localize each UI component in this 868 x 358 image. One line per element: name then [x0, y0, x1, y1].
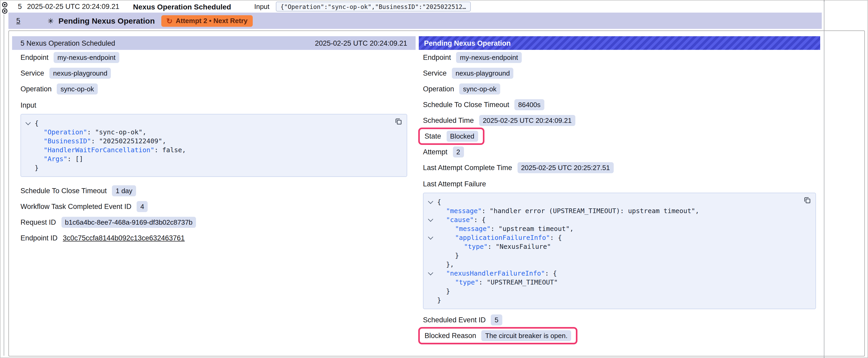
code-line-text: "type": "UPSTREAM_TIMEOUT"	[424, 278, 798, 287]
input-section-label: Input	[21, 100, 407, 111]
field-label: Schedule To Close Timeout	[423, 101, 509, 109]
collapse-chevron-icon[interactable]	[428, 235, 433, 240]
event-id-link[interactable]: 5	[16, 17, 20, 25]
scheduled-panel-body: Endpointmy-nexus-endpointServicenexus-pl…	[12, 50, 415, 243]
code-line: }	[21, 163, 389, 172]
field-label: Endpoint	[21, 54, 49, 61]
field-value-badge: Blocked	[446, 131, 478, 142]
field-row-scheduled-time: Scheduled Time2025-02-25 UTC 20:24:09.21	[423, 115, 816, 126]
code-line-text: {	[424, 197, 798, 206]
code-line-text: }	[424, 296, 798, 304]
field-label: Service	[21, 69, 44, 77]
event-row-pending-nexus-operation[interactable]: 5 ✳ Pending Nexus Operation ↻ Attempt 2 …	[8, 12, 822, 29]
field-value-badge: 4	[136, 201, 148, 212]
event-input-preview: {"Operation":"sync-op-ok","BusinessID":"…	[276, 2, 471, 11]
code-line-text: "cause": {	[424, 215, 798, 224]
code-line-text: "nexusHandlerFailureInfo": {	[424, 269, 798, 278]
pending-operation-panel: Pending Nexus Operation Endpointmy-nexus…	[419, 36, 820, 352]
event-input-label: Input	[254, 3, 270, 10]
timeline-marker-icons	[1, 2, 8, 15]
field-row-service: Servicenexus-playground	[423, 68, 816, 79]
code-line-text: }	[21, 163, 389, 172]
code-line: "Args": []	[21, 154, 389, 163]
code-line: "HandlerWaitForCancellation": false,	[21, 145, 389, 154]
field-label: Request ID	[21, 218, 56, 226]
code-line: }	[424, 251, 798, 260]
field-row-endpoint-id: Endpoint ID3c0c75ccfa8144b092c13ce632463…	[21, 232, 407, 243]
field-value-badge: my-nexus-endpoint	[54, 52, 119, 63]
field-row-attempt: Attempt2	[423, 147, 816, 158]
copy-icon[interactable]	[803, 196, 811, 204]
code-line: "Operation": "sync-op-ok",	[21, 128, 389, 136]
code-line-text: "BusinessID": "20250225122409",	[21, 136, 389, 145]
retry-attempt-badge: ↻ Attempt 2 • Next Retry	[161, 15, 253, 27]
event-row-nexus-operation-scheduled[interactable]: 5 2025-02-25 UTC 20:24:09.21 Nexus Opera…	[8, 1, 822, 12]
code-line-text: "Operation": "sync-op-ok",	[21, 128, 389, 136]
collapse-chevron-icon[interactable]	[428, 199, 433, 205]
code-line: "message": "upstream timeout",	[424, 224, 798, 233]
code-line-text: "message": "upstream timeout",	[424, 224, 798, 233]
collapse-chevron-icon[interactable]	[428, 217, 433, 223]
event-id-link[interactable]: 5	[18, 3, 22, 10]
field-row-request-id: Request IDb1c6a4bc-8ee7-468a-9169-df3b02…	[21, 217, 407, 228]
panel-title: Pending Nexus Operation	[424, 39, 511, 47]
failure-section-label: Last Attempt Failure	[423, 178, 816, 190]
field-row-operation: Operationsync-op-ok	[21, 84, 407, 95]
field-value-badge: 5	[491, 315, 502, 325]
pending-panel-header: Pending Nexus Operation	[419, 36, 820, 50]
field-row-schedule-to-close-timeout: Schedule To Close Timeout86400s	[423, 99, 816, 110]
event-timestamp: 2025-02-25 UTC 20:24:09.21	[27, 3, 119, 10]
panel-title: 5 Nexus Operation Scheduled	[21, 39, 115, 47]
field-value-badge: nexus-playground	[452, 68, 514, 79]
field-value-badge: The circuit breaker is open.	[482, 330, 571, 341]
timeline-dotted-line	[4, 15, 4, 355]
field-value-badge: 2025-02-25 UTC 20:24:09.21	[479, 115, 575, 126]
code-line: }	[424, 287, 798, 296]
field-value-badge: sync-op-ok	[460, 84, 500, 95]
field-row-last-attempt-complete-time: Last Attempt Complete Time2025-02-25 UTC…	[423, 162, 816, 173]
code-line: }	[424, 296, 798, 304]
temporal-event-history-view: 5 2025-02-25 UTC 20:24:09.21 Nexus Opera…	[0, 0, 868, 358]
code-line: "type": "NexusFailure"	[424, 242, 798, 251]
annotation-highlight-box: StateBlocked	[418, 128, 485, 145]
collapse-chevron-icon[interactable]	[25, 121, 30, 126]
field-label: Service	[423, 69, 446, 77]
field-value-badge: my-nexus-endpoint	[456, 52, 522, 63]
pending-panel-body: Endpointmy-nexus-endpointServicenexus-pl…	[419, 50, 820, 341]
code-line-text: "HandlerWaitForCancellation": false,	[21, 145, 389, 154]
copy-icon[interactable]	[395, 118, 402, 126]
field-row-endpoint: Endpointmy-nexus-endpoint	[21, 52, 407, 63]
code-line-text: {	[21, 119, 389, 128]
scheduled-panel-header: 5 Nexus Operation Scheduled 2025-02-25 U…	[12, 36, 415, 50]
field-label: Scheduled Event ID	[423, 316, 486, 324]
field-row-endpoint: Endpointmy-nexus-endpoint	[423, 52, 816, 63]
field-label: Attempt	[423, 148, 447, 156]
event-title: Nexus Operation Scheduled	[133, 2, 231, 11]
field-value-badge: nexus-playground	[50, 68, 111, 79]
failure-json-viewer: {"message": "handler error (UPSTREAM_TIM…	[423, 193, 816, 309]
retry-refresh-icon: ↻	[166, 17, 172, 24]
code-line: "applicationFailureInfo": {	[424, 233, 798, 242]
field-label: State	[425, 132, 441, 140]
collapse-chevron-icon[interactable]	[428, 271, 433, 276]
field-value-link[interactable]: 3c0c75ccfa8144b092c13ce632463761	[63, 234, 185, 242]
field-label: Schedule To Close Timeout	[21, 187, 107, 195]
field-row-schedule-to-close-timeout: Schedule To Close Timeout1 day	[21, 185, 407, 196]
field-row-scheduled-event-id: Scheduled Event ID5	[423, 315, 816, 325]
event-detail-container: 5 Nexus Operation Scheduled 2025-02-25 U…	[8, 30, 865, 356]
field-label: Workflow Task Completed Event ID	[21, 203, 131, 210]
code-line-text: "Args": []	[21, 154, 389, 163]
field-label: Operation	[423, 85, 454, 93]
code-line: {	[424, 197, 798, 206]
field-label: Endpoint	[423, 54, 451, 61]
field-row-workflow-task-completed-event-id: Workflow Task Completed Event ID4	[21, 201, 407, 212]
field-label: Scheduled Time	[423, 117, 474, 124]
field-label: Operation	[21, 85, 52, 93]
code-line: "message": "handler error (UPSTREAM_TIME…	[424, 206, 798, 215]
field-label: Last Attempt Complete Time	[423, 164, 512, 172]
field-value-badge: 86400s	[515, 99, 544, 110]
in-progress-asterisk-icon: ✳	[48, 17, 54, 25]
split-view-divider[interactable]	[824, 1, 825, 357]
code-line-text: "applicationFailureInfo": {	[424, 233, 798, 242]
field-value-badge: b1c6a4bc-8ee7-468a-9169-df3b02c8737b	[61, 217, 196, 228]
